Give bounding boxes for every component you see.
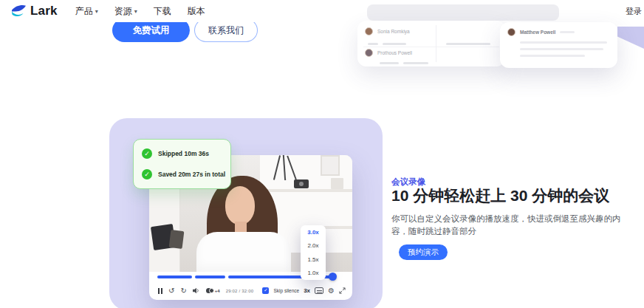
player-controls-left: ↺ ↻ +4 29:02 / 32:00 <box>158 287 253 295</box>
progress-segment <box>157 276 192 278</box>
speed-option-3x[interactable]: 3.0x <box>307 229 319 236</box>
chat-message-card: Matthew Powell <box>500 22 617 68</box>
forward-icon[interactable]: ↻ <box>180 287 186 295</box>
skip-silence-checkbox[interactable]: ✓ <box>262 287 269 294</box>
speed-option-1x[interactable]: 1.0x <box>307 270 318 276</box>
lark-logo[interactable]: Lark <box>11 4 58 18</box>
rewind-icon[interactable]: ↺ <box>168 287 174 295</box>
book-demo-button[interactable]: 预约演示 <box>399 244 448 260</box>
skip-silence-label[interactable]: Skip silence <box>273 288 299 293</box>
message-header: Matthew Powell <box>507 28 575 36</box>
avatar <box>507 28 515 36</box>
free-trial-button[interactable]: 免费试用 <box>112 22 190 42</box>
player-controls: ↺ ↻ +4 29:02 / 32:00 ✓ Skip silence 3x ⚙ <box>158 284 346 297</box>
fullscreen-icon[interactable] <box>339 287 346 294</box>
person-face <box>225 186 255 225</box>
gear-icon[interactable]: ⚙ <box>328 287 335 295</box>
placeholder-bar <box>380 62 399 64</box>
placeholder-bar <box>446 43 490 45</box>
avatar <box>365 27 373 35</box>
placeholder-bar <box>520 48 603 50</box>
divider <box>436 25 436 62</box>
nav-item-download[interactable]: 下载 <box>154 5 171 18</box>
picture-frame <box>321 155 340 176</box>
sender-name: Matthew Powell <box>520 30 555 35</box>
subtitles-icon[interactable] <box>315 287 323 294</box>
progress-segment <box>195 276 225 278</box>
placeholder-bar <box>368 43 378 45</box>
top-nav: Lark 产品 ▾ 资源 ▾ 下载 版本 登录 <box>0 0 644 22</box>
placeholder-bar <box>403 62 428 64</box>
hero-buttons: 免费试用 联系我们 <box>112 22 282 43</box>
skipped-time-label: Skipped 10m 36s <box>158 150 209 157</box>
playback-time: 29:02 / 32:00 <box>226 289 254 293</box>
login-link[interactable]: 登录 <box>626 6 642 17</box>
placeholder-bar <box>520 55 585 57</box>
person-shirt <box>196 232 291 272</box>
participant-name: Sonia Romkiya <box>377 29 410 34</box>
saved-time-label: Saved 20m 27s in total <box>158 171 225 178</box>
lark-landing-page: Lark 产品 ▾ 资源 ▾ 下载 版本 登录 免费试用 联系我们 Sonia … <box>0 0 644 308</box>
feature-description: 你可以自定义会议录像的播放速度，快进或倒退至感兴趣的内容，随时跳过静音部分 <box>391 213 631 239</box>
nav-item-resources[interactable]: 资源 ▾ <box>114 5 137 18</box>
nav-item-versions[interactable]: 版本 <box>188 5 205 18</box>
time-saved-badge-card: ✓ Skipped 10m 36s ✓ Saved 20m 27s in tot… <box>133 139 231 189</box>
shelf <box>260 189 352 192</box>
lark-bird-icon <box>11 4 27 18</box>
feature-title: 10 分钟轻松赶上 30 分钟的会议 <box>391 185 643 205</box>
player-controls-right: ✓ Skip silence 3x ⚙ <box>262 287 346 295</box>
badge-row: ✓ Saved 20m 27s in total <box>142 168 225 182</box>
chevron-down-icon: ▾ <box>95 8 98 15</box>
camera-decor <box>294 179 309 188</box>
placeholder-bar <box>520 41 607 44</box>
check-circle-icon: ✓ <box>142 148 152 159</box>
participants-icon[interactable]: +4 <box>206 288 220 293</box>
nav-item-products[interactable]: 产品 ▾ <box>75 5 98 18</box>
lavender-decoration <box>617 27 644 49</box>
divider <box>363 47 499 47</box>
placeholder-bar <box>383 43 406 45</box>
speed-option-1-5x[interactable]: 1.5x <box>307 256 318 263</box>
playhead-knob[interactable] <box>329 273 337 281</box>
brand-name: Lark <box>30 4 58 18</box>
timestamp-bar <box>560 31 575 33</box>
chevron-down-icon: ▾ <box>134 8 137 15</box>
list-item: Prothous Powell <box>365 49 412 57</box>
list-item: Sonia Romkiya <box>365 27 410 35</box>
picture-frame <box>169 230 185 249</box>
participants-list-card: Sonia Romkiya Prothous Powell <box>357 21 505 66</box>
check-circle-icon: ✓ <box>142 169 152 179</box>
contact-us-button[interactable]: 联系我们 <box>194 22 258 42</box>
participant-name: Prothous Powell <box>377 50 412 55</box>
pause-icon[interactable] <box>158 288 162 294</box>
badge-row: ✓ Skipped 10m 36s <box>142 147 225 161</box>
playback-speed-menu: 3.0x 2.0x 1.5x 1.0x <box>301 225 326 280</box>
speed-option-2x[interactable]: 2.0x <box>307 242 318 249</box>
speed-button[interactable]: 3x <box>304 287 310 294</box>
avatar <box>365 49 373 57</box>
volume-icon[interactable] <box>193 287 200 294</box>
decor <box>331 178 343 189</box>
